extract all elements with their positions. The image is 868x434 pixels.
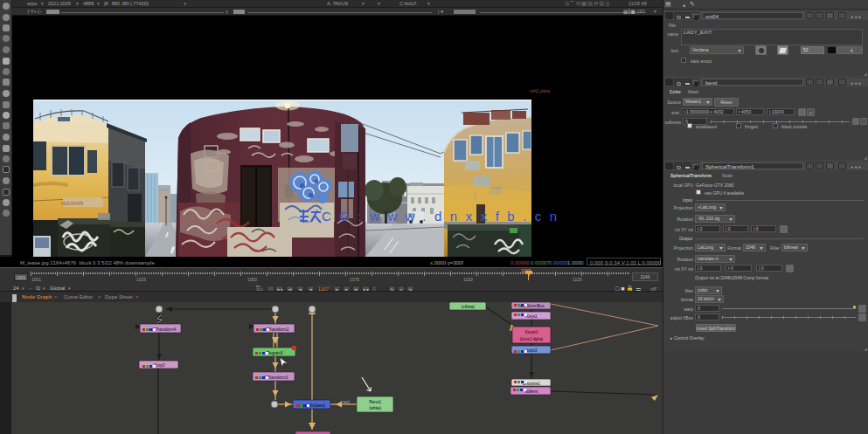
svg-text:softens: softens [525,389,538,394]
svg-text:(white): (white) [369,405,381,410]
svg-text:mask: mask [341,400,351,404]
svg-text:tools3: tools3 [526,348,538,353]
svg-text:Keys1: Keys1 [526,313,538,319]
svg-text:Keyer1: Keyer1 [525,329,538,334]
svg-text:copyMix(base): copyMix(base) [299,403,325,408]
svg-text:(luma 2 alpha): (luma 2 alpha) [520,337,544,341]
svg-text:CG:www.dnxxfb.cn: CG:www.dnxxfb.cn [322,209,566,224]
svg-text:Regrain3: Regrain3 [267,350,283,355]
svg-text:WASHIN: WASHIN [60,200,84,206]
svg-text:Reno1: Reno1 [369,399,381,404]
svg-text:(+Ibiza): (+Ibiza) [461,304,475,309]
